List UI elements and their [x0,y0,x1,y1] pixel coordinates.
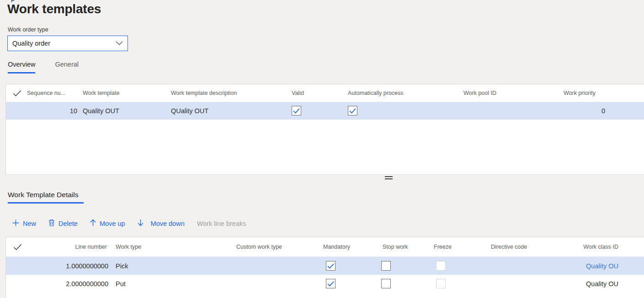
col-header-stop-work[interactable]: Stop work [383,237,408,256]
col-header-mandatory[interactable]: Mandatory [323,237,350,256]
table-row-put[interactable]: 2.0000000000 Put Quality OU [6,275,644,293]
move-down-button[interactable]: Move down [138,219,185,228]
tab-overview[interactable]: Overview [8,61,35,73]
col-header-work-class-id[interactable]: Work class ID [532,237,618,256]
table-row-pick[interactable]: 1.0000000000 Pick Quality OU [6,257,644,275]
col-header-work-type[interactable]: Work type [116,237,141,256]
details-section-underline [8,202,84,204]
automatically-process-checkbox[interactable] [348,106,357,115]
details-section-title: Work Template Details [8,191,79,199]
col-header-sequence-number[interactable]: Sequence nu... [27,84,78,102]
new-button[interactable]: New [12,220,36,228]
work-priority-cell: 0 [564,102,605,120]
select-all-checkmark-icon[interactable] [13,84,21,102]
arrow-up-icon [90,219,96,228]
work-order-type-dropdown[interactable]: Quality order [7,36,128,51]
col-header-line-number[interactable]: Line number [24,237,107,256]
tab-general[interactable]: General [55,61,79,73]
select-all-checkmark-icon[interactable] [13,237,22,256]
grid-header: Line number Work type Custom work type M… [6,237,644,257]
col-header-directive-code[interactable]: Directive code [491,237,527,256]
col-header-work-priority[interactable]: Work priority [564,84,596,102]
line-number-cell: 2.0000000000 [24,275,108,293]
work-type-cell: Pick [116,257,128,275]
stop-work-checkbox[interactable] [381,279,391,288]
line-number-cell: 1.0000000000 [24,257,108,275]
details-toolbar: New Delete Move up Move down Work line b… [12,219,246,228]
arrow-down-icon [138,219,144,228]
move-up-button[interactable]: Move up [90,219,125,228]
col-header-freeze[interactable]: Freeze [434,237,452,256]
work-line-breaks-button: Work line breaks [197,220,246,227]
tab-strip: Overview General [8,61,79,73]
valid-checkbox[interactable] [292,106,301,115]
plus-icon [12,220,19,228]
col-header-work-template-description[interactable]: Work template description [171,84,237,102]
splitter-drag-handle[interactable] [385,176,393,180]
work-templates-grid: Sequence nu... Work template Work templa… [5,84,644,175]
work-template-details-grid: Line number Work type Custom work type M… [5,237,644,298]
work-class-id-cell: Quality OU [532,275,618,293]
stop-work-checkbox[interactable] [381,261,391,271]
table-row-quality-out[interactable]: 10 Quality OUT QUality OUT 0 [6,102,644,120]
work-type-cell: Put [116,275,126,293]
freeze-checkbox [436,279,446,288]
col-header-valid[interactable]: Valid [292,84,304,102]
col-header-work-template[interactable]: Work template [83,84,119,102]
col-header-work-pool-id[interactable]: Work pool ID [463,84,496,102]
chevron-down-icon [116,41,123,46]
col-header-automatically-process[interactable]: Automatically process [348,84,404,102]
col-header-custom-work-type[interactable]: Custom work type [236,237,282,256]
grid-header: Sequence nu... Work template Work templa… [6,84,644,102]
work-class-id-link[interactable]: Quality OU [532,257,618,275]
sequence-number-cell: 10 [27,102,77,120]
work-template-description-cell: QUality OUT [171,102,208,120]
work-order-type-value: Quality order [12,40,50,47]
trash-icon [48,219,55,228]
mandatory-checkbox[interactable] [326,279,335,288]
work-order-type-label: Work order type [8,26,48,33]
delete-button[interactable]: Delete [48,219,78,228]
freeze-checkbox [436,261,446,271]
work-template-cell: Quality OUT [83,102,119,120]
page-title: Work templates [7,2,101,16]
mandatory-checkbox[interactable] [326,261,335,271]
